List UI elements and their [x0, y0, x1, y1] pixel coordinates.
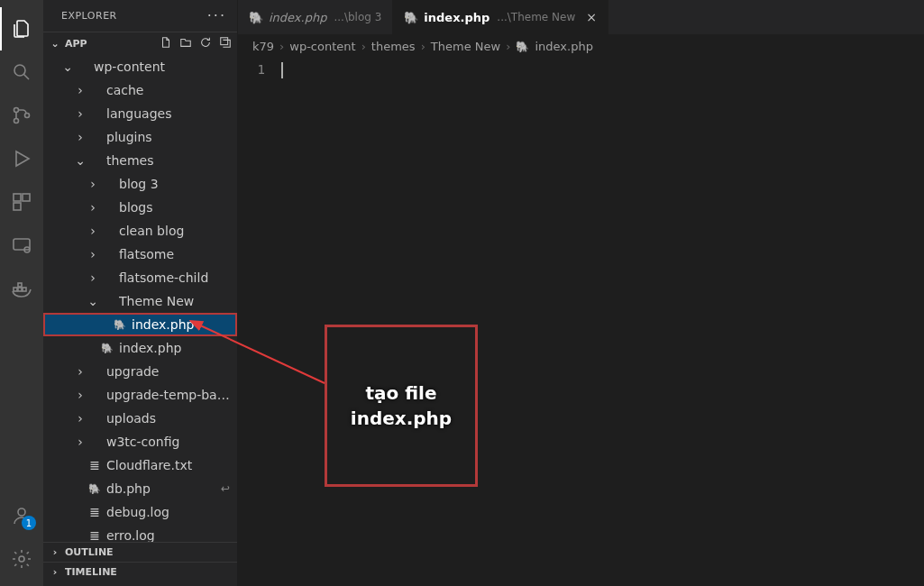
section-header-outline[interactable]: › OUTLINE — [43, 543, 237, 562]
tree-folder[interactable]: ›upgrade — [43, 360, 237, 383]
log-file-icon: ≣ — [87, 505, 103, 519]
section-title-outline: OUTLINE — [65, 546, 114, 558]
chevron-right-icon: › — [49, 566, 61, 578]
activity-search[interactable] — [0, 50, 43, 94]
tree-folder[interactable]: ›blog 3 — [43, 172, 237, 196]
refresh-button[interactable] — [199, 36, 212, 51]
tree-file[interactable]: ≣Cloudflare.txt — [43, 453, 237, 477]
tree-file[interactable]: 🐘db.php↩ — [43, 477, 237, 500]
breadcrumb-segment[interactable]: Theme New — [431, 40, 500, 53]
tree-folder[interactable]: ›languages — [43, 102, 237, 125]
tree-folder[interactable]: ›cache — [43, 78, 237, 102]
activity-extensions[interactable] — [0, 180, 43, 224]
tree-folder[interactable]: ›flatsome — [43, 243, 237, 266]
play-bug-icon — [11, 148, 32, 169]
code-line[interactable] — [281, 60, 924, 78]
activity-source-control[interactable] — [0, 94, 43, 137]
editor-area: 🐘index.php...\blog 3🐘index.php...\Theme … — [238, 0, 924, 586]
chevron-right-icon: › — [87, 247, 99, 261]
tree-folder[interactable]: ›flatsome-child — [43, 266, 237, 289]
svg-point-3 — [14, 119, 19, 124]
chevron-right-icon: › — [49, 546, 61, 558]
section-header-timeline[interactable]: › TIMELINE — [43, 563, 237, 581]
extensions-icon — [11, 191, 32, 213]
tab-close-button[interactable]: × — [586, 10, 597, 24]
collapse-all-button[interactable] — [219, 36, 232, 51]
svg-rect-13 — [23, 288, 26, 291]
tree-folder[interactable]: ›uploads — [43, 407, 237, 430]
tree-folder[interactable]: ›clean blog — [43, 219, 237, 243]
chevron-right-icon: › — [279, 40, 284, 53]
tree-item-label: erro.log — [106, 528, 230, 542]
chevron-right-icon: › — [506, 40, 510, 53]
chevron-down-icon: ⌄ — [87, 294, 99, 308]
chevron-right-icon: › — [74, 388, 87, 402]
chevron-right-icon: › — [74, 106, 87, 121]
tree-item-label: upgrade-temp-backup — [106, 388, 230, 402]
editor-tabs: 🐘index.php...\blog 3🐘index.php...\Theme … — [238, 0, 924, 34]
tree-folder[interactable]: ⌄Theme New — [43, 289, 237, 313]
tree-file[interactable]: ≣erro.log — [43, 524, 237, 542]
tab-path-hint: ...\blog 3 — [334, 11, 381, 23]
chevron-right-icon: › — [74, 364, 87, 379]
activity-docker[interactable] — [0, 267, 43, 310]
tree-folder[interactable]: ⌄themes — [43, 149, 237, 172]
php-file-icon: 🐘 — [99, 343, 115, 354]
section-header-workspace[interactable]: ⌄ APP — [43, 32, 237, 55]
activity-run-debug[interactable] — [0, 137, 43, 180]
tree-item-label: flatsome-child — [119, 270, 230, 285]
dirty-indicator-icon: ↩ — [221, 482, 230, 495]
new-file-button[interactable] — [160, 36, 172, 51]
sidebar-more-button[interactable]: ··· — [207, 7, 226, 24]
chevron-right-icon: › — [87, 270, 99, 285]
tree-item-label: upgrade — [106, 364, 230, 379]
tree-folder[interactable]: ›upgrade-temp-backup — [43, 383, 237, 407]
tree-item-label: themes — [106, 153, 230, 168]
tree-item-label: blogs — [119, 200, 230, 215]
breadcrumb-segment[interactable]: themes — [371, 40, 416, 53]
code-area[interactable]: 1 — [238, 59, 924, 586]
tree-folder[interactable]: ›plugins — [43, 125, 237, 149]
svg-point-15 — [18, 508, 25, 516]
breadcrumb-segment[interactable]: wp-content — [289, 40, 355, 53]
activity-manage[interactable] — [0, 537, 43, 581]
editor-tab[interactable]: 🐘index.php...\blog 3 — [238, 0, 393, 34]
breadcrumb-segment[interactable]: 🐘 index.php — [516, 40, 593, 53]
svg-point-4 — [25, 114, 30, 118]
svg-rect-14 — [18, 283, 22, 287]
chevron-right-icon: › — [74, 83, 87, 97]
tree-folder[interactable]: ⌄wp-content — [43, 55, 237, 78]
tab-filename: index.php — [269, 11, 326, 24]
tree-item-label: db.php — [106, 481, 217, 496]
new-folder-button[interactable] — [179, 36, 192, 51]
svg-rect-9 — [14, 239, 30, 250]
sidebar-title: EXPLORER — [61, 10, 117, 22]
tree-item-label: Theme New — [119, 294, 230, 308]
editor-tab[interactable]: 🐘index.php...\Theme New× — [393, 0, 608, 34]
tree-item-label: wp-content — [94, 60, 230, 74]
chevron-right-icon: › — [74, 130, 87, 144]
chevron-right-icon: › — [87, 224, 99, 238]
php-file-icon: 🐘 — [516, 41, 529, 53]
chevron-right-icon: › — [421, 40, 425, 53]
activity-remote[interactable] — [0, 224, 43, 267]
section-title-timeline: TIMELINE — [65, 566, 117, 578]
gear-icon — [11, 548, 32, 570]
tree-folder[interactable]: ›blogs — [43, 196, 237, 219]
tree-file[interactable]: ≣debug.log — [43, 500, 237, 524]
sidebar-header: EXPLORER ··· — [43, 0, 237, 32]
tree-item-label: flatsome — [119, 247, 230, 261]
files-icon — [11, 18, 32, 40]
tree-folder[interactable]: ›w3tc-config — [43, 430, 237, 453]
activity-accounts[interactable]: 1 — [0, 494, 43, 537]
annotation-box: tạo fileindex.php — [325, 325, 478, 487]
breadcrumb-segment[interactable]: k79 — [252, 40, 274, 53]
tree-item-label: w3tc-config — [106, 435, 230, 449]
docker-icon — [11, 278, 32, 299]
svg-rect-6 — [14, 194, 21, 201]
tree-item-label: debug.log — [106, 505, 230, 519]
tree-file[interactable]: 🐘index.php — [43, 313, 237, 336]
php-file-icon: 🐘 — [112, 319, 128, 331]
activity-explorer[interactable] — [0, 7, 43, 50]
tree-file[interactable]: 🐘index.php — [43, 336, 237, 360]
